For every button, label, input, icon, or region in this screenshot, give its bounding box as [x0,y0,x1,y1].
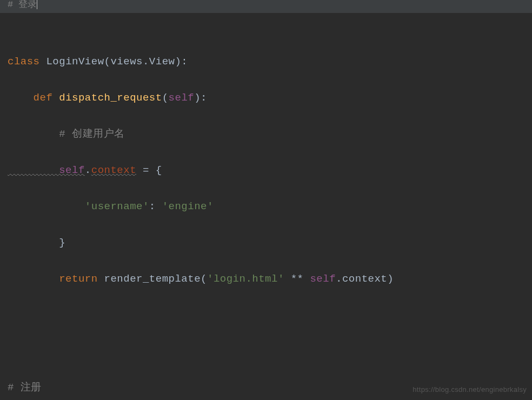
text: : [149,201,162,212]
code-editor[interactable]: class LoginView(views.View): def dispatc… [0,13,532,400]
text: = { [136,164,162,176]
code-line: class LoginView(views.View): [8,53,532,71]
keyword-class: class [8,56,40,68]
text: ): [194,92,207,104]
self-param: self [169,92,195,104]
text: } [8,237,65,249]
text: .context) [336,273,394,285]
string-val: 'engine' [162,201,214,212]
class-name: LoginView [46,56,104,68]
blank-line [8,343,532,361]
keyword-def: def [8,92,52,104]
text-cursor [37,0,37,9]
string-key: 'username' [8,201,149,212]
self-ref: self [310,273,336,285]
code-line: self.context = { [8,162,532,180]
code-line: 'username': 'engine' [8,198,532,216]
property: context [91,164,136,176]
watermark: https://blog.csdn.net/enginebrkalsy [413,385,527,394]
self-ref: self [8,164,85,176]
keyword-return: return [8,273,98,285]
text [40,56,46,68]
text: ( [162,92,169,104]
top-comment: # 登录 [8,0,37,10]
code-line: } [8,234,532,252]
code-line: # 创建用户名 [8,125,532,144]
method-name: dispatch_request [52,92,162,104]
code-line: def dispatch_request(self): [8,89,532,108]
title-bar: # 登录 [0,0,532,13]
comment: # 注册 [8,382,42,394]
string: 'login.html' [207,273,284,285]
blank-line [8,306,532,325]
text: ** [284,273,310,285]
text: . [85,164,91,176]
comment: # 创建用户名 [8,128,125,140]
code-line: return render_template('login.html' ** s… [8,270,532,289]
text: (views.View): [104,56,188,68]
text: render_template( [98,273,207,285]
